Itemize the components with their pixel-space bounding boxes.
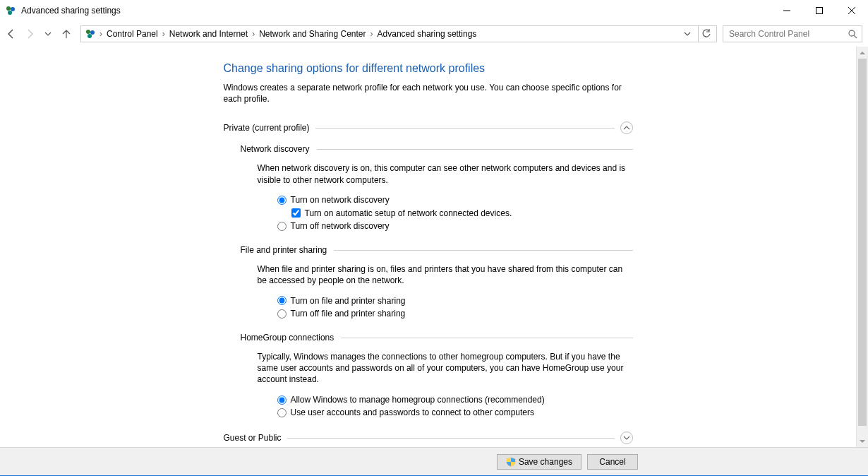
- scroll-down-icon[interactable]: [857, 435, 868, 447]
- svg-point-7: [86, 30, 90, 34]
- section-desc: When file and printer sharing is on, fil…: [258, 263, 633, 286]
- minimize-button[interactable]: [771, 0, 803, 21]
- breadcrumb-item[interactable]: Network and Sharing Center: [258, 29, 367, 39]
- svg-point-2: [8, 11, 12, 15]
- close-button[interactable]: [836, 0, 868, 21]
- radio-file-printer-on[interactable]: Turn on file and printer sharing: [277, 295, 633, 307]
- chevron-right-icon: ›: [98, 29, 104, 39]
- section-title: HomeGroup connections: [241, 333, 334, 343]
- svg-point-10: [849, 30, 855, 36]
- radio-network-discovery-on[interactable]: Turn on network discovery: [277, 194, 633, 206]
- refresh-button[interactable]: [698, 26, 713, 42]
- section-file-printer: File and printer sharing When file and p…: [241, 245, 633, 320]
- address-bar[interactable]: › Control Panel › Network and Internet ›…: [80, 25, 717, 42]
- titlebar: Advanced sharing settings: [0, 0, 868, 21]
- svg-point-8: [90, 30, 95, 35]
- svg-point-9: [88, 34, 92, 38]
- scroll-thumb[interactable]: [858, 59, 867, 426]
- save-changes-button[interactable]: Save changes: [497, 454, 581, 470]
- chevron-down-icon[interactable]: [620, 432, 633, 444]
- breadcrumb-item[interactable]: Control Panel: [105, 29, 159, 39]
- radio-homegroup-allow[interactable]: Allow Windows to manage homegroup connec…: [277, 394, 633, 406]
- chevron-right-icon: ›: [369, 29, 375, 39]
- profile-label: Guest or Public: [224, 433, 282, 443]
- footer: Save changes Cancel: [0, 447, 868, 475]
- vertical-scrollbar[interactable]: [856, 47, 868, 447]
- profile-header-private[interactable]: Private (current profile): [224, 121, 633, 134]
- breadcrumb-item[interactable]: Advanced sharing settings: [376, 29, 478, 39]
- content-area: Change sharing options for different net…: [0, 47, 856, 447]
- page-subtext: Windows creates a separate network profi…: [224, 82, 633, 105]
- scroll-track[interactable]: [857, 59, 868, 435]
- window-title: Advanced sharing settings: [21, 6, 121, 16]
- chevron-right-icon: ›: [161, 29, 167, 39]
- svg-point-0: [6, 6, 11, 11]
- profile-header-guest[interactable]: Guest or Public: [224, 432, 633, 444]
- save-button-label: Save changes: [519, 457, 572, 467]
- sharing-icon: [84, 28, 97, 40]
- radio-homegroup-user[interactable]: Use user accounts and passwords to conne…: [277, 407, 633, 419]
- cancel-button[interactable]: Cancel: [587, 454, 638, 470]
- svg-line-11: [854, 35, 857, 38]
- section-homegroup: HomeGroup connections Typically, Windows…: [241, 333, 633, 419]
- up-button[interactable]: [61, 28, 72, 40]
- search-box[interactable]: [723, 25, 862, 42]
- navbar: › Control Panel › Network and Internet ›…: [0, 21, 868, 47]
- breadcrumb-item[interactable]: Network and Internet: [168, 29, 249, 39]
- back-button[interactable]: [6, 28, 17, 40]
- scroll-up-icon[interactable]: [857, 47, 868, 59]
- chevron-right-icon: ›: [251, 29, 256, 39]
- section-desc: When network discovery is on, this compu…: [258, 162, 633, 185]
- search-icon: [848, 29, 857, 39]
- maximize-button[interactable]: [803, 0, 836, 21]
- recent-dropdown[interactable]: [42, 28, 54, 40]
- control-panel-icon: [4, 4, 17, 17]
- uac-shield-icon: [506, 457, 516, 467]
- section-network-discovery: Network discovery When network discovery…: [241, 144, 633, 232]
- radio-file-printer-off[interactable]: Turn off file and printer sharing: [277, 308, 633, 320]
- checkbox-auto-setup[interactable]: Turn on automatic setup of network conne…: [291, 208, 633, 220]
- cancel-button-label: Cancel: [599, 457, 625, 467]
- chevron-up-icon[interactable]: [620, 121, 633, 134]
- nav-arrows: [6, 28, 75, 40]
- radio-network-discovery-off[interactable]: Turn off network discovery: [277, 220, 633, 232]
- search-input[interactable]: [728, 28, 848, 40]
- profile-label: Private (current profile): [224, 123, 310, 133]
- page-heading: Change sharing options for different net…: [224, 62, 633, 75]
- svg-point-1: [11, 7, 15, 11]
- section-desc: Typically, Windows manages the connectio…: [258, 351, 633, 386]
- address-dropdown[interactable]: [681, 30, 694, 37]
- svg-rect-4: [816, 8, 823, 14]
- section-title: Network discovery: [241, 144, 310, 154]
- forward-button[interactable]: [24, 28, 35, 40]
- window-controls: [771, 0, 868, 21]
- section-title: File and printer sharing: [241, 245, 327, 255]
